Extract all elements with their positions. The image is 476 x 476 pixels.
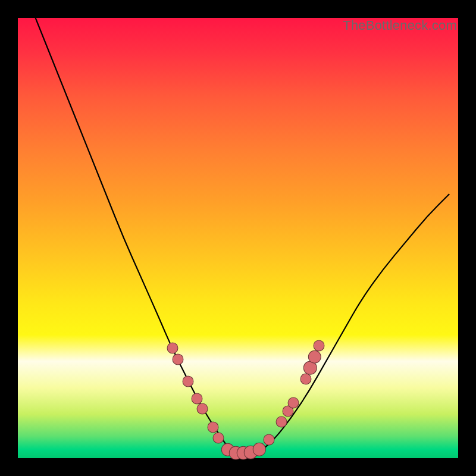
marker-dot bbox=[197, 403, 208, 415]
marker-dot bbox=[172, 353, 183, 365]
marker-dot bbox=[167, 343, 178, 354]
marker-dot bbox=[287, 397, 299, 408]
watermark-text: TheBottleneck.com bbox=[343, 18, 457, 33]
marker-dot bbox=[182, 375, 193, 387]
plot-area bbox=[18, 18, 458, 458]
marker-dot bbox=[207, 422, 218, 433]
marker-dot bbox=[275, 416, 287, 428]
marker-dot bbox=[212, 432, 224, 443]
marker-dot bbox=[314, 340, 325, 352]
bottleneck-curve bbox=[18, 18, 458, 458]
marker-dot bbox=[263, 434, 274, 445]
marker-dot bbox=[300, 373, 311, 384]
chart-container: TheBottleneck.com bbox=[0, 0, 476, 476]
